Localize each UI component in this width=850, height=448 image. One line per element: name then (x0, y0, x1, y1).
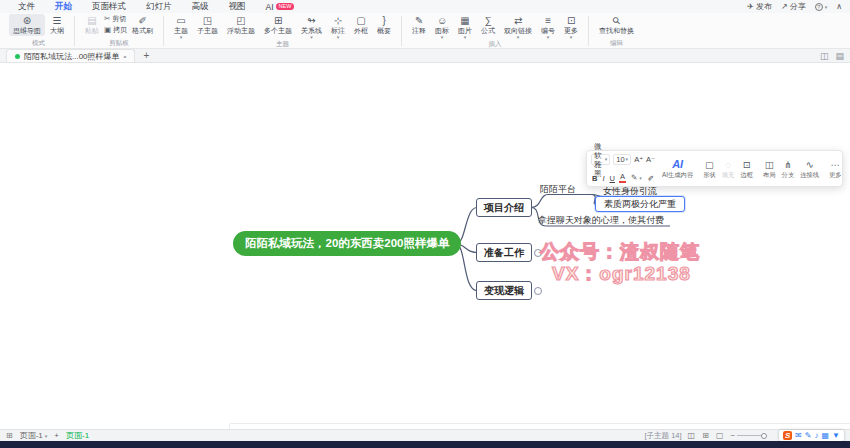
summary-button[interactable]: }概要 (373, 14, 395, 36)
border-button[interactable]: ⊡边框 (737, 153, 756, 184)
layout-button[interactable]: ◫布局 (760, 153, 779, 184)
menu-ai[interactable]: AINEW (256, 2, 305, 12)
callout-button[interactable]: ⊹标注▾ (327, 14, 349, 40)
outline-icon: ☰ (53, 15, 62, 27)
formula-button[interactable]: ∑公式 (477, 14, 499, 36)
central-topic-node[interactable]: 陌陌私域玩法，20的东西卖200照样爆单 (233, 231, 461, 256)
subtopic-momo-platform[interactable]: 陌陌平台 (540, 184, 576, 194)
grid-view-button[interactable]: ⊞ (702, 431, 709, 440)
publish-button[interactable]: ✈发布 (747, 1, 772, 12)
ime-voice-icon[interactable]: ♪ (815, 431, 819, 441)
ime-chat-icon[interactable]: ✉ (795, 431, 802, 441)
topic-button[interactable]: ▭主题▾ (170, 14, 192, 40)
decrease-font-button[interactable]: A⁻ (646, 155, 655, 164)
input-method-toolbar: S ✉ ✎ ♪ ▦ ▼ (779, 430, 844, 441)
fit-screen-icon: ▢ (716, 431, 724, 440)
menu-view[interactable]: 视图 (219, 1, 256, 13)
format-brush-button[interactable]: ✐ (647, 174, 655, 183)
multi-topic-button[interactable]: ⊞多个主题 (260, 14, 296, 36)
ribbon-group-mode: ⊛思维导图 ☰大纲 模式 (6, 14, 71, 48)
find-replace-button[interactable]: ⚲查找和替换 (595, 14, 638, 36)
menu-slides[interactable]: 幻灯片 (136, 1, 182, 13)
fit-screen-button[interactable]: ▢ (716, 431, 724, 440)
more-insert-button[interactable]: ⊡更多▾ (560, 14, 582, 40)
note-button[interactable]: ✎注释 (408, 14, 430, 36)
italic-button[interactable]: I (601, 174, 605, 183)
page-view-button[interactable]: ◫ (688, 431, 696, 440)
format-painter-button[interactable]: ✐格式刷 (128, 14, 157, 36)
more-format-button[interactable]: ⋯更多 (826, 153, 845, 184)
collapse-ribbon-button[interactable]: ∧ (836, 2, 842, 11)
font-size-select[interactable]: 10▾ (613, 154, 631, 165)
zoom-slider-knob[interactable] (761, 433, 767, 439)
mindmap-canvas[interactable]: 陌陌私域玩法，20的东西卖200照样爆单 项目介绍 准备工作 变现逻辑 陌陌平台… (0, 63, 850, 429)
subtopic-button[interactable]: ◳子主题 (193, 14, 222, 36)
summary-icon: } (382, 15, 385, 27)
shape-icon: ▢ (705, 159, 714, 170)
copy-button[interactable]: ▣拷贝 (104, 25, 127, 34)
branch-node-monetization[interactable]: 变现逻辑 (476, 281, 532, 300)
numbering-button[interactable]: ≡编号▾ (537, 14, 559, 40)
document-tab[interactable]: 陌陌私域玩法...00照样爆单 • (6, 49, 135, 62)
page-list-button[interactable]: ⊞ (6, 431, 13, 440)
subtopic-female-identity[interactable]: 女性身份引流 (603, 186, 657, 196)
branch-node-preparation[interactable]: 准备工作 (476, 243, 532, 262)
image-button[interactable]: ▦图片▾ (454, 14, 476, 40)
zoom-slider-track[interactable] (737, 435, 765, 436)
callout-icon: ⊹ (334, 15, 342, 27)
share-label: 分享 (790, 1, 806, 12)
paste-button[interactable]: ▤粘贴 (81, 14, 103, 36)
share-button[interactable]: ↗分享 (781, 1, 806, 12)
ime-keyboard-icon[interactable]: ▦ (822, 431, 830, 441)
mindmap-mode-button[interactable]: ⊛思维导图 (9, 14, 45, 36)
ai-generate-button[interactable]: AIAI生成内容 (659, 153, 696, 184)
more-icon: ⊡ (567, 15, 575, 27)
hyperlink-button[interactable]: ⇄双向链接▾ (500, 14, 536, 40)
menu-file[interactable]: 文件 (8, 1, 45, 13)
menu-home[interactable]: 开始 (45, 1, 82, 13)
connector-button[interactable]: ∿连接线 (797, 153, 822, 184)
branch-button[interactable]: ⋔分支 (779, 153, 798, 184)
insert-icon-button[interactable]: ☺图标▾ (431, 14, 453, 40)
floating-topic-button[interactable]: ◰浮动主题 (223, 14, 259, 36)
increase-font-button[interactable]: A⁺ (634, 155, 643, 164)
help-button[interactable]: ?▾ (815, 3, 828, 11)
subtopic-quality-polarized-selected[interactable]: 素质两极分化严重 (595, 196, 685, 212)
page-menu[interactable]: 页面-1▾ (20, 430, 48, 441)
bold-button[interactable]: B (591, 174, 598, 183)
ai-generate-label: AI生成内容 (662, 171, 693, 178)
font-family-select[interactable]: 微软雅黑▾ (591, 154, 610, 165)
document-title: 陌陌私域玩法...00照样爆单 (24, 51, 120, 62)
cut-button[interactable]: ✂剪切 (104, 14, 127, 23)
link-icon: ⇄ (514, 15, 522, 27)
font-color-button[interactable]: A (619, 173, 626, 183)
underline-button[interactable]: U (609, 174, 616, 183)
collapse-badge[interactable] (534, 287, 542, 295)
menu-advanced[interactable]: 高级 (182, 1, 219, 13)
zoom-slider[interactable]: − (730, 431, 765, 440)
panel-toggle-icon[interactable]: ▤ (835, 51, 844, 61)
branch-node-project-intro[interactable]: 项目介绍 (476, 198, 532, 217)
outline-mode-button[interactable]: ☰大纲 (46, 14, 68, 36)
caret-down-icon: ▾ (441, 35, 444, 39)
frame-button[interactable]: ▢外框 (350, 14, 372, 36)
shape-button[interactable]: ▢形状 (700, 153, 719, 184)
fill-button[interactable]: ◌填充 (719, 153, 738, 184)
menu-page-style[interactable]: 页面样式 (82, 1, 136, 13)
page-tab-active[interactable]: 页面-1 (66, 430, 89, 441)
ime-handwriting-icon[interactable]: ✎ (805, 431, 812, 441)
sogou-logo-icon[interactable]: S (783, 431, 792, 440)
ime-more-icon[interactable]: ▼ (832, 431, 840, 441)
document-tab-bar: 陌陌私域玩法...00照样爆单 • + ◫ ▤ (0, 49, 850, 63)
split-view-icon[interactable]: ◫ (820, 51, 829, 61)
outline-mode-label: 大纲 (50, 27, 64, 35)
multi-topic-icon: ⊞ (274, 15, 282, 27)
highlight-pen-button[interactable]: ✎▾ (629, 173, 644, 183)
layout-label: 布局 (763, 171, 776, 178)
caret-down-icon: ▾ (570, 35, 573, 39)
subtopic-psychology-pay[interactable]: 拿捏聊天对象的心理，使其付费 (538, 215, 664, 225)
new-tab-button[interactable]: + (143, 50, 149, 61)
add-page-button[interactable]: + (54, 431, 59, 440)
subtopic-icon: ◳ (203, 15, 212, 27)
relation-line-button[interactable]: ↬关系线▾ (297, 14, 326, 40)
